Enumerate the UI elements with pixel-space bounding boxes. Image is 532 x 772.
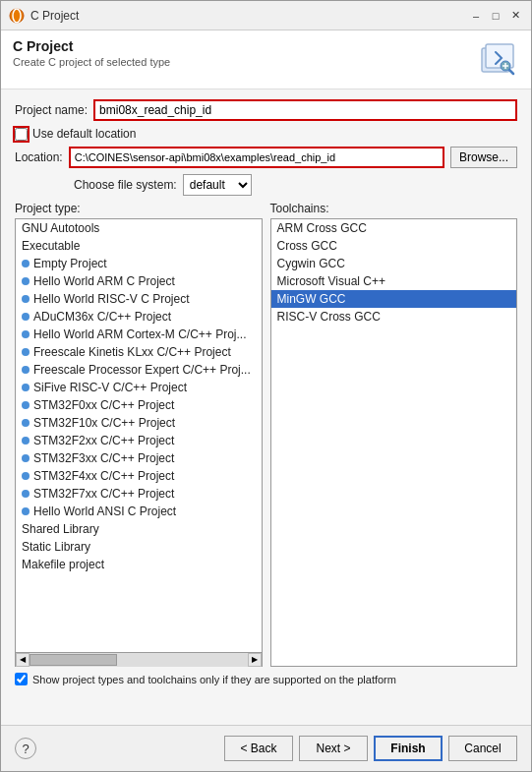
project-type-item-label: Hello World ARM Cortex-M C/C++ Proj... <box>33 327 247 341</box>
toolchain-item[interactable]: RISC-V Cross GCC <box>271 308 517 326</box>
project-dot-icon <box>22 313 30 321</box>
project-type-item[interactable]: STM32F4xx C/C++ Project <box>16 467 262 485</box>
dialog-body: Project name: Use default location Locat… <box>1 89 531 695</box>
minimize-button[interactable]: – <box>468 8 484 24</box>
use-default-location-checkbox[interactable] <box>15 128 28 141</box>
project-dot-icon <box>22 437 30 445</box>
platform-checkbox[interactable] <box>15 673 28 685</box>
use-default-location-label: Use default location <box>32 127 136 141</box>
browse-button[interactable]: Browse... <box>450 147 517 168</box>
project-dot-icon <box>22 348 30 356</box>
project-dot-icon <box>22 260 30 267</box>
hscroll-thumb <box>30 654 117 666</box>
project-type-item-label: STM32F10x C/C++ Project <box>33 416 175 430</box>
project-type-item-label: STM32F4xx C/C++ Project <box>33 469 174 483</box>
project-type-item[interactable]: ADuCM36x C/C++ Project <box>16 308 262 326</box>
hscroll-track[interactable] <box>30 653 248 667</box>
project-type-item[interactable]: SiFive RISC-V C/C++ Project <box>16 379 262 396</box>
project-type-item[interactable]: STM32F10x C/C++ Project <box>16 414 262 432</box>
close-button[interactable]: ✕ <box>507 8 523 24</box>
location-row: Location: Browse... <box>15 147 517 168</box>
project-dot-icon <box>22 277 30 285</box>
project-dot-icon <box>22 507 30 515</box>
project-dot-icon <box>22 366 30 374</box>
project-type-item-label: Makefile project <box>22 558 104 571</box>
project-type-item-label: STM32F2xx C/C++ Project <box>33 434 174 447</box>
project-dot-icon <box>22 454 30 462</box>
project-type-item-label: STM32F3xx C/C++ Project <box>33 451 174 465</box>
project-type-item[interactable]: Hello World ANSI C Project <box>16 503 262 520</box>
project-type-item[interactable]: Freescale Processor Expert C/C++ Proj... <box>16 361 262 379</box>
project-type-item-label: Executable <box>22 239 80 253</box>
project-type-item-label: Hello World ANSI C Project <box>33 505 176 518</box>
dialog-window: C Project – □ ✕ C Project Create C proje… <box>0 0 532 772</box>
toolchain-item[interactable]: Microsoft Visual C++ <box>271 272 517 290</box>
project-type-container: Project type: GNU AutotoolsExecutableEmp… <box>15 202 263 667</box>
project-type-item-label: STM32F0xx C/C++ Project <box>33 398 174 412</box>
title-bar: C Project – □ ✕ <box>1 1 531 30</box>
project-type-item[interactable]: Empty Project <box>16 255 262 272</box>
project-name-label: Project name: <box>15 103 88 117</box>
project-type-item-label: Hello World ARM C Project <box>33 274 175 288</box>
project-dot-icon <box>22 419 30 427</box>
project-type-item[interactable]: Executable <box>16 237 262 255</box>
project-type-item-label: Shared Library <box>22 522 99 536</box>
project-type-item-label: Freescale Kinetis KLxx C/C++ Project <box>33 345 231 359</box>
project-dot-icon <box>22 330 30 338</box>
project-type-item[interactable]: Hello World ARM Cortex-M C/C++ Proj... <box>16 326 262 343</box>
project-type-item-label: Static Library <box>22 540 90 554</box>
toolchains-list[interactable]: ARM Cross GCCCross GCCCygwin GCCMicrosof… <box>270 218 518 667</box>
toolchains-label: Toolchains: <box>270 202 518 215</box>
project-name-input[interactable] <box>93 99 517 121</box>
back-button[interactable]: < Back <box>224 736 293 761</box>
project-type-item-label: SiFive RISC-V C/C++ Project <box>33 381 187 394</box>
hscroll-right-btn[interactable]: ▶ <box>248 653 262 667</box>
bottom-spacer <box>1 695 531 725</box>
toolchains-container: Toolchains: ARM Cross GCCCross GCCCygwin… <box>270 202 518 667</box>
dialog-footer: ? < Back Next > Finish Cancel <box>1 725 531 771</box>
title-bar-left: C Project <box>9 8 79 24</box>
toolchain-item[interactable]: MinGW GCC <box>271 290 517 308</box>
platform-checkbox-row: Show project types and toolchains only i… <box>15 673 517 685</box>
project-type-item[interactable]: GNU Autotools <box>16 219 262 237</box>
project-type-item-label: ADuCM36x C/C++ Project <box>33 310 171 324</box>
cancel-button[interactable]: Cancel <box>448 736 517 761</box>
project-type-hscroll: ◀ ▶ <box>15 653 263 667</box>
toolchain-item[interactable]: Cross GCC <box>271 237 517 255</box>
project-type-item[interactable]: Static Library <box>16 538 262 556</box>
help-button[interactable]: ? <box>15 738 36 759</box>
hscroll-left-btn[interactable]: ◀ <box>16 653 30 667</box>
project-type-item[interactable]: STM32F7xx C/C++ Project <box>16 485 262 503</box>
project-type-item-label: Empty Project <box>33 257 107 270</box>
project-type-item[interactable]: STM32F2xx C/C++ Project <box>16 432 262 449</box>
filesystem-select[interactable]: default <box>183 174 252 196</box>
project-type-item[interactable]: Shared Library <box>16 520 262 538</box>
project-type-item[interactable]: Hello World ARM C Project <box>16 272 262 290</box>
project-type-item[interactable]: Makefile project <box>16 556 262 573</box>
dialog-title: C Project <box>13 38 170 54</box>
project-section: Project type: GNU AutotoolsExecutableEmp… <box>15 202 517 667</box>
project-type-item[interactable]: Freescale Kinetis KLxx C/C++ Project <box>16 343 262 361</box>
project-dot-icon <box>22 295 30 303</box>
next-button[interactable]: Next > <box>299 736 368 761</box>
location-label: Location: <box>15 150 63 164</box>
toolchain-item[interactable]: Cygwin GCC <box>271 255 517 272</box>
project-type-item-label: GNU Autotools <box>22 221 99 235</box>
footer-right: < Back Next > Finish Cancel <box>224 736 517 761</box>
project-type-item[interactable]: Hello World RISC-V C Project <box>16 290 262 308</box>
project-dot-icon <box>22 490 30 498</box>
project-type-item[interactable]: STM32F3xx C/C++ Project <box>16 449 262 467</box>
project-type-label: Project type: <box>15 202 263 215</box>
platform-checkbox-label: Show project types and toolchains only i… <box>32 674 396 685</box>
project-dot-icon <box>22 401 30 409</box>
maximize-button[interactable]: □ <box>488 8 503 24</box>
finish-button[interactable]: Finish <box>374 736 443 761</box>
use-default-location-row: Use default location <box>15 127 517 141</box>
toolchain-item[interactable]: ARM Cross GCC <box>271 219 517 237</box>
project-type-item[interactable]: STM32F0xx C/C++ Project <box>16 396 262 414</box>
title-bar-controls: – □ ✕ <box>468 8 523 24</box>
filesystem-row: Choose file system: default <box>15 174 517 196</box>
footer-left: ? <box>15 738 36 759</box>
project-type-list[interactable]: GNU AutotoolsExecutableEmpty ProjectHell… <box>15 218 263 653</box>
location-input[interactable] <box>69 147 444 168</box>
